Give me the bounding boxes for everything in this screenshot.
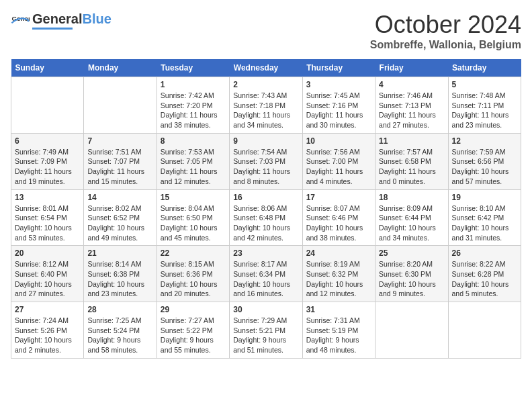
day-info: Sunrise: 8:04 AMSunset: 6:50 PMDaylight:… <box>161 203 226 243</box>
day-number: 4 <box>379 80 444 89</box>
weekday-header-wednesday: Wednesday <box>230 59 302 77</box>
week-row-5: 27Sunrise: 7:24 AMSunset: 5:26 PMDayligh… <box>11 302 521 359</box>
day-info: Sunrise: 7:53 AMSunset: 7:05 PMDaylight:… <box>161 147 226 187</box>
calendar-cell: 18Sunrise: 8:09 AMSunset: 6:44 PMDayligh… <box>375 189 448 246</box>
day-info: Sunrise: 8:01 AMSunset: 6:54 PMDaylight:… <box>15 203 80 243</box>
day-number: 25 <box>379 248 444 258</box>
title-block: October 2024 Sombreffe, Wallonia, Belgiu… <box>370 11 521 51</box>
day-number: 29 <box>161 305 226 314</box>
day-info: Sunrise: 7:54 AMSunset: 7:03 PMDaylight:… <box>233 147 298 187</box>
calendar-cell: 25Sunrise: 8:20 AMSunset: 6:30 PMDayligh… <box>375 246 448 302</box>
calendar-cell: 4Sunrise: 7:46 AMSunset: 7:13 PMDaylight… <box>375 77 448 134</box>
calendar-cell: 27Sunrise: 7:24 AMSunset: 5:26 PMDayligh… <box>11 302 84 359</box>
calendar-cell: 21Sunrise: 8:14 AMSunset: 6:38 PMDayligh… <box>84 246 157 302</box>
weekday-header-saturday: Saturday <box>448 59 521 77</box>
calendar-cell: 5Sunrise: 7:48 AMSunset: 7:11 PMDaylight… <box>448 77 521 134</box>
calendar-cell: 6Sunrise: 7:49 AMSunset: 7:09 PMDaylight… <box>11 133 84 189</box>
day-number: 28 <box>87 305 152 314</box>
calendar-cell: 30Sunrise: 7:29 AMSunset: 5:21 PMDayligh… <box>230 302 302 359</box>
day-info: Sunrise: 7:56 AMSunset: 7:00 PMDaylight:… <box>306 147 371 187</box>
logo-general: General <box>32 11 82 26</box>
day-info: Sunrise: 8:07 AMSunset: 6:46 PMDaylight:… <box>306 203 371 243</box>
day-info: Sunrise: 7:42 AMSunset: 7:20 PMDaylight:… <box>161 91 226 130</box>
calendar-cell: 22Sunrise: 8:15 AMSunset: 6:36 PMDayligh… <box>157 246 229 302</box>
logo-icon: General <box>11 11 30 30</box>
day-info: Sunrise: 7:51 AMSunset: 7:07 PMDaylight:… <box>87 147 152 187</box>
calendar-cell <box>448 302 521 359</box>
calendar-cell: 17Sunrise: 8:07 AMSunset: 6:46 PMDayligh… <box>302 189 375 246</box>
calendar-cell: 9Sunrise: 7:54 AMSunset: 7:03 PMDaylight… <box>230 133 302 189</box>
day-number: 24 <box>306 248 371 258</box>
day-number: 17 <box>306 193 371 202</box>
weekday-header-thursday: Thursday <box>302 59 375 77</box>
calendar-cell: 3Sunrise: 7:45 AMSunset: 7:16 PMDaylight… <box>302 77 375 134</box>
day-number: 19 <box>452 193 517 202</box>
day-number: 15 <box>161 193 226 202</box>
calendar-cell <box>375 302 448 359</box>
day-info: Sunrise: 7:29 AMSunset: 5:21 PMDaylight:… <box>233 316 298 355</box>
calendar-cell: 29Sunrise: 7:27 AMSunset: 5:22 PMDayligh… <box>157 302 229 359</box>
month-title: October 2024 <box>370 11 521 39</box>
day-number: 30 <box>233 305 298 314</box>
calendar-cell: 8Sunrise: 7:53 AMSunset: 7:05 PMDaylight… <box>157 133 229 189</box>
calendar-cell: 16Sunrise: 8:06 AMSunset: 6:48 PMDayligh… <box>230 189 302 246</box>
weekday-header-monday: Monday <box>84 59 157 77</box>
day-number: 7 <box>87 136 152 146</box>
calendar-cell: 31Sunrise: 7:31 AMSunset: 5:19 PMDayligh… <box>302 302 375 359</box>
day-info: Sunrise: 7:46 AMSunset: 7:13 PMDaylight:… <box>379 91 444 130</box>
day-number: 6 <box>15 136 80 146</box>
calendar-cell: 15Sunrise: 8:04 AMSunset: 6:50 PMDayligh… <box>157 189 229 246</box>
day-number: 13 <box>15 193 80 202</box>
day-number: 14 <box>87 193 152 202</box>
day-number: 11 <box>379 136 444 146</box>
day-info: Sunrise: 7:59 AMSunset: 6:56 PMDaylight:… <box>452 147 517 187</box>
day-info: Sunrise: 7:49 AMSunset: 7:09 PMDaylight:… <box>15 147 80 187</box>
day-number: 18 <box>379 193 444 202</box>
calendar-cell: 23Sunrise: 8:17 AMSunset: 6:34 PMDayligh… <box>230 246 302 302</box>
weekday-header-row: SundayMondayTuesdayWednesdayThursdayFrid… <box>11 59 521 77</box>
day-number: 1 <box>161 80 226 89</box>
day-number: 9 <box>233 136 298 146</box>
day-info: Sunrise: 7:48 AMSunset: 7:11 PMDaylight:… <box>452 91 517 130</box>
day-info: Sunrise: 8:09 AMSunset: 6:44 PMDaylight:… <box>379 203 444 243</box>
weekday-header-friday: Friday <box>375 59 448 77</box>
weekday-header-tuesday: Tuesday <box>157 59 229 77</box>
day-info: Sunrise: 8:20 AMSunset: 6:30 PMDaylight:… <box>379 259 444 299</box>
day-info: Sunrise: 7:25 AMSunset: 5:24 PMDaylight:… <box>87 316 152 355</box>
calendar-cell: 10Sunrise: 7:56 AMSunset: 7:00 PMDayligh… <box>302 133 375 189</box>
day-info: Sunrise: 8:19 AMSunset: 6:32 PMDaylight:… <box>306 259 371 299</box>
day-info: Sunrise: 8:02 AMSunset: 6:52 PMDaylight:… <box>87 203 152 243</box>
logo-blue: Blue <box>82 11 111 26</box>
calendar-table: SundayMondayTuesdayWednesdayThursdayFrid… <box>11 59 521 359</box>
calendar-cell <box>11 77 84 134</box>
calendar-cell: 2Sunrise: 7:43 AMSunset: 7:18 PMDaylight… <box>230 77 302 134</box>
calendar-cell: 1Sunrise: 7:42 AMSunset: 7:20 PMDaylight… <box>157 77 229 134</box>
page-header: General General Blue October 2024 Sombre… <box>11 11 521 51</box>
day-info: Sunrise: 8:12 AMSunset: 6:40 PMDaylight:… <box>15 259 80 299</box>
day-info: Sunrise: 8:22 AMSunset: 6:28 PMDaylight:… <box>452 259 517 299</box>
day-info: Sunrise: 8:10 AMSunset: 6:42 PMDaylight:… <box>452 203 517 243</box>
day-number: 31 <box>306 305 371 314</box>
day-number: 2 <box>233 80 298 89</box>
calendar-cell <box>84 77 157 134</box>
weekday-header-sunday: Sunday <box>11 59 84 77</box>
week-row-2: 6Sunrise: 7:49 AMSunset: 7:09 PMDaylight… <box>11 133 521 189</box>
week-row-3: 13Sunrise: 8:01 AMSunset: 6:54 PMDayligh… <box>11 189 521 246</box>
day-number: 3 <box>306 80 371 89</box>
calendar-cell: 28Sunrise: 7:25 AMSunset: 5:24 PMDayligh… <box>84 302 157 359</box>
calendar-cell: 19Sunrise: 8:10 AMSunset: 6:42 PMDayligh… <box>448 189 521 246</box>
calendar-cell: 12Sunrise: 7:59 AMSunset: 6:56 PMDayligh… <box>448 133 521 189</box>
week-row-4: 20Sunrise: 8:12 AMSunset: 6:40 PMDayligh… <box>11 246 521 302</box>
day-info: Sunrise: 7:31 AMSunset: 5:19 PMDaylight:… <box>306 316 371 355</box>
logo: General General Blue <box>11 11 112 30</box>
calendar-cell: 7Sunrise: 7:51 AMSunset: 7:07 PMDaylight… <box>84 133 157 189</box>
day-number: 16 <box>233 193 298 202</box>
day-number: 20 <box>15 248 80 258</box>
location-subtitle: Sombreffe, Wallonia, Belgium <box>370 39 521 51</box>
week-row-1: 1Sunrise: 7:42 AMSunset: 7:20 PMDaylight… <box>11 77 521 134</box>
day-number: 8 <box>161 136 226 146</box>
day-number: 26 <box>452 248 517 258</box>
day-number: 22 <box>161 248 226 258</box>
calendar-cell: 13Sunrise: 8:01 AMSunset: 6:54 PMDayligh… <box>11 189 84 246</box>
day-info: Sunrise: 8:17 AMSunset: 6:34 PMDaylight:… <box>233 259 298 299</box>
